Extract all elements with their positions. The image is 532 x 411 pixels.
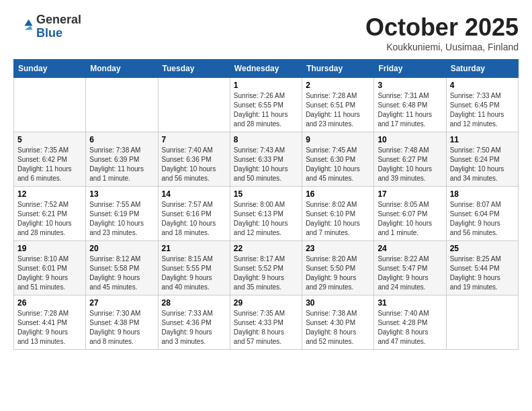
calendar-cell: 29Sunrise: 7:35 AM Sunset: 4:33 PM Dayli… <box>230 295 302 350</box>
calendar-cell: 2Sunrise: 7:28 AM Sunset: 6:51 PM Daylig… <box>302 78 374 132</box>
calendar-body: 1Sunrise: 7:26 AM Sunset: 6:55 PM Daylig… <box>14 78 519 350</box>
svg-marker-0 <box>25 19 33 26</box>
logo-blue-text: Blue <box>36 27 81 40</box>
calendar-cell: 27Sunrise: 7:30 AM Sunset: 4:38 PM Dayli… <box>86 295 158 350</box>
svg-marker-1 <box>25 26 33 30</box>
day-number: 28 <box>162 298 226 308</box>
day-info: Sunrise: 8:00 AM Sunset: 6:13 PM Dayligh… <box>234 200 298 238</box>
day-info: Sunrise: 7:50 AM Sunset: 6:24 PM Dayligh… <box>450 146 515 183</box>
weekday-header-row: SundayMondayTuesdayWednesdayThursdayFrid… <box>14 60 519 78</box>
day-number: 19 <box>17 244 82 253</box>
day-info: Sunrise: 7:38 AM Sunset: 4:30 PM Dayligh… <box>306 309 370 347</box>
calendar-week-row: 26Sunrise: 7:28 AM Sunset: 4:41 PM Dayli… <box>14 295 519 350</box>
weekday-header-tuesday: Tuesday <box>158 60 230 78</box>
day-number: 1 <box>234 81 298 90</box>
page-header: General Blue October 2025 Koukkuniemi, U… <box>13 13 519 52</box>
calendar-subtitle: Koukkuniemi, Uusimaa, Finland <box>365 42 519 52</box>
day-number: 10 <box>378 135 442 144</box>
day-number: 3 <box>378 81 442 90</box>
day-number: 7 <box>162 135 226 144</box>
calendar-cell: 13Sunrise: 7:55 AM Sunset: 6:19 PM Dayli… <box>86 187 158 241</box>
day-number: 23 <box>306 244 370 253</box>
calendar-cell: 9Sunrise: 7:45 AM Sunset: 6:30 PM Daylig… <box>302 132 374 187</box>
day-info: Sunrise: 8:20 AM Sunset: 5:50 PM Dayligh… <box>306 255 370 292</box>
calendar-cell: 8Sunrise: 7:43 AM Sunset: 6:33 PM Daylig… <box>230 132 302 187</box>
calendar-cell: 7Sunrise: 7:40 AM Sunset: 6:36 PM Daylig… <box>158 132 230 187</box>
day-number: 16 <box>306 189 370 199</box>
weekday-header-wednesday: Wednesday <box>230 60 302 78</box>
day-info: Sunrise: 7:33 AM Sunset: 4:36 PM Dayligh… <box>162 309 226 347</box>
calendar-week-row: 12Sunrise: 7:52 AM Sunset: 6:21 PM Dayli… <box>14 187 519 241</box>
calendar-cell: 15Sunrise: 8:00 AM Sunset: 6:13 PM Dayli… <box>230 187 302 241</box>
day-number: 13 <box>89 189 154 199</box>
day-info: Sunrise: 7:31 AM Sunset: 6:48 PM Dayligh… <box>378 91 442 129</box>
title-section: October 2025 Koukkuniemi, Uusimaa, Finla… <box>365 13 519 52</box>
calendar-cell <box>14 78 86 132</box>
calendar-week-row: 19Sunrise: 8:10 AM Sunset: 6:01 PM Dayli… <box>14 241 519 295</box>
weekday-header-friday: Friday <box>374 60 446 78</box>
calendar-cell: 3Sunrise: 7:31 AM Sunset: 6:48 PM Daylig… <box>374 78 446 132</box>
day-number: 20 <box>89 244 154 253</box>
day-number: 24 <box>378 244 442 253</box>
day-info: Sunrise: 8:05 AM Sunset: 6:07 PM Dayligh… <box>378 200 442 238</box>
day-info: Sunrise: 7:38 AM Sunset: 6:39 PM Dayligh… <box>89 146 154 183</box>
logo-text: General Blue <box>36 13 81 40</box>
day-info: Sunrise: 7:55 AM Sunset: 6:19 PM Dayligh… <box>89 200 154 238</box>
calendar-cell: 20Sunrise: 8:12 AM Sunset: 5:58 PM Dayli… <box>86 241 158 295</box>
calendar-cell: 31Sunrise: 7:40 AM Sunset: 4:28 PM Dayli… <box>374 295 446 350</box>
day-number: 11 <box>450 135 515 144</box>
day-number: 15 <box>234 189 298 199</box>
day-info: Sunrise: 8:15 AM Sunset: 5:55 PM Dayligh… <box>162 255 226 292</box>
calendar-cell: 17Sunrise: 8:05 AM Sunset: 6:07 PM Dayli… <box>374 187 446 241</box>
day-number: 21 <box>162 244 226 253</box>
day-info: Sunrise: 7:35 AM Sunset: 4:33 PM Dayligh… <box>234 309 298 347</box>
calendar-cell: 10Sunrise: 7:48 AM Sunset: 6:27 PM Dayli… <box>374 132 446 187</box>
day-number: 14 <box>162 189 226 199</box>
logo-icon <box>13 17 34 37</box>
day-info: Sunrise: 8:25 AM Sunset: 5:44 PM Dayligh… <box>450 255 515 292</box>
day-number: 27 <box>89 298 154 308</box>
calendar-cell: 5Sunrise: 7:35 AM Sunset: 6:42 PM Daylig… <box>14 132 86 187</box>
day-number: 22 <box>234 244 298 253</box>
day-number: 29 <box>234 298 298 308</box>
calendar-header: SundayMondayTuesdayWednesdayThursdayFrid… <box>14 60 519 78</box>
calendar-cell: 25Sunrise: 8:25 AM Sunset: 5:44 PM Dayli… <box>446 241 518 295</box>
day-info: Sunrise: 7:35 AM Sunset: 6:42 PM Dayligh… <box>17 146 82 183</box>
day-info: Sunrise: 7:48 AM Sunset: 6:27 PM Dayligh… <box>378 146 442 183</box>
logo-general-text: General <box>36 13 81 27</box>
weekday-header-sunday: Sunday <box>14 60 86 78</box>
day-info: Sunrise: 8:02 AM Sunset: 6:10 PM Dayligh… <box>306 200 370 238</box>
day-number: 8 <box>234 135 298 144</box>
day-info: Sunrise: 7:52 AM Sunset: 6:21 PM Dayligh… <box>17 200 82 238</box>
weekday-header-saturday: Saturday <box>446 60 518 78</box>
day-info: Sunrise: 7:26 AM Sunset: 6:55 PM Dayligh… <box>234 91 298 129</box>
day-number: 18 <box>450 189 515 199</box>
calendar-cell: 16Sunrise: 8:02 AM Sunset: 6:10 PM Dayli… <box>302 187 374 241</box>
day-number: 31 <box>378 298 442 308</box>
calendar-cell: 11Sunrise: 7:50 AM Sunset: 6:24 PM Dayli… <box>446 132 518 187</box>
calendar-cell: 22Sunrise: 8:17 AM Sunset: 5:52 PM Dayli… <box>230 241 302 295</box>
calendar-cell: 19Sunrise: 8:10 AM Sunset: 6:01 PM Dayli… <box>14 241 86 295</box>
calendar-cell <box>446 295 518 350</box>
calendar-cell: 14Sunrise: 7:57 AM Sunset: 6:16 PM Dayli… <box>158 187 230 241</box>
calendar-cell: 23Sunrise: 8:20 AM Sunset: 5:50 PM Dayli… <box>302 241 374 295</box>
calendar-cell <box>158 78 230 132</box>
day-number: 17 <box>378 189 442 199</box>
calendar-cell: 30Sunrise: 7:38 AM Sunset: 4:30 PM Dayli… <box>302 295 374 350</box>
calendar-week-row: 1Sunrise: 7:26 AM Sunset: 6:55 PM Daylig… <box>14 78 519 132</box>
weekday-header-thursday: Thursday <box>302 60 374 78</box>
weekday-header-monday: Monday <box>86 60 158 78</box>
day-info: Sunrise: 8:22 AM Sunset: 5:47 PM Dayligh… <box>378 255 442 292</box>
calendar-cell: 21Sunrise: 8:15 AM Sunset: 5:55 PM Dayli… <box>158 241 230 295</box>
logo: General Blue <box>13 13 81 40</box>
day-info: Sunrise: 7:28 AM Sunset: 4:41 PM Dayligh… <box>17 309 82 347</box>
day-number: 9 <box>306 135 370 144</box>
calendar-cell: 28Sunrise: 7:33 AM Sunset: 4:36 PM Dayli… <box>158 295 230 350</box>
day-info: Sunrise: 8:07 AM Sunset: 6:04 PM Dayligh… <box>450 200 515 238</box>
day-info: Sunrise: 8:17 AM Sunset: 5:52 PM Dayligh… <box>234 255 298 292</box>
day-info: Sunrise: 7:40 AM Sunset: 6:36 PM Dayligh… <box>162 146 226 183</box>
day-info: Sunrise: 8:12 AM Sunset: 5:58 PM Dayligh… <box>89 255 154 292</box>
day-number: 2 <box>306 81 370 90</box>
calendar-cell: 1Sunrise: 7:26 AM Sunset: 6:55 PM Daylig… <box>230 78 302 132</box>
calendar-cell: 26Sunrise: 7:28 AM Sunset: 4:41 PM Dayli… <box>14 295 86 350</box>
